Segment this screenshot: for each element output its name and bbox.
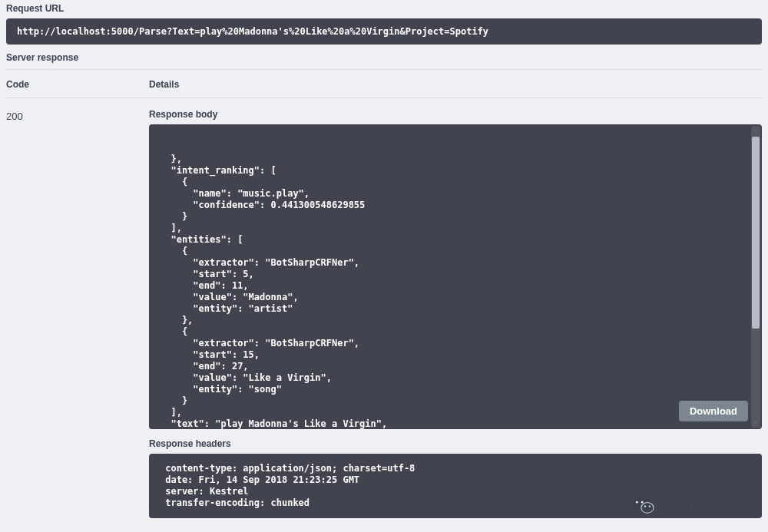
response-body-text: }, "intent_ranking": [ { "name": "music.… [160, 154, 751, 429]
scrollbar-down-icon[interactable]: ▾ [751, 418, 760, 428]
server-response-label: Server response [6, 52, 762, 70]
request-url-label: Request URL [6, 3, 762, 14]
scrollbar[interactable]: ▴ ▾ [751, 126, 760, 428]
response-body-label: Response body [149, 109, 762, 120]
response-body-code[interactable]: }, "intent_ranking": [ { "name": "music.… [149, 124, 762, 429]
response-headers-code: content-type: application/json; charset=… [149, 454, 762, 518]
response-code-value: 200 [6, 109, 149, 122]
response-headers-label: Response headers [149, 438, 762, 449]
column-header-details: Details [149, 79, 762, 98]
scrollbar-thumb[interactable] [752, 137, 760, 329]
column-header-code: Code [6, 79, 149, 98]
scrollbar-up-icon[interactable]: ▴ [751, 126, 760, 135]
download-button[interactable]: Download [679, 401, 748, 421]
request-url-value: http://localhost:5000/Parse?Text=play%20… [6, 18, 762, 45]
